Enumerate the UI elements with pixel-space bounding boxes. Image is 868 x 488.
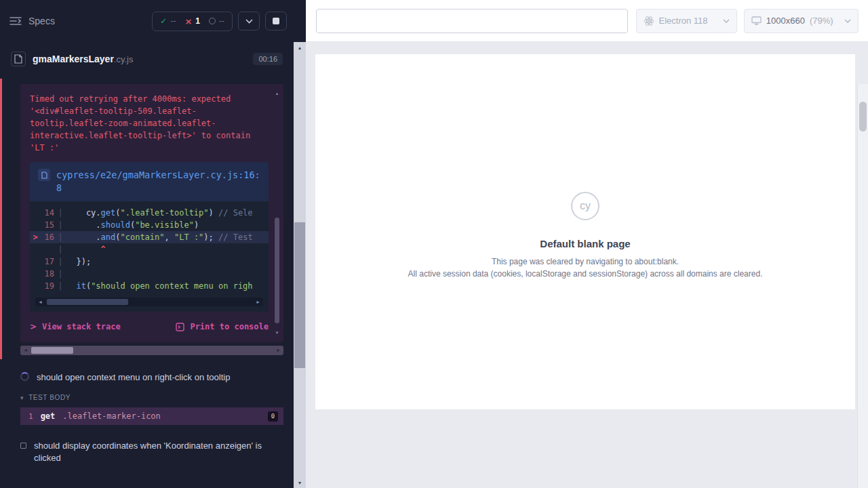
view-stack-trace-link[interactable]: > View stack trace: [30, 322, 121, 331]
file-icon: [38, 169, 50, 181]
error-message: Timed out retrying after 4000ms: expecte…: [30, 93, 269, 154]
code-line: >16| .and("contain", "LT :"); // Test: [30, 231, 269, 243]
command-count-badge: 0: [268, 411, 278, 422]
blank-page-title: Default blank page: [540, 238, 630, 249]
specs-list-icon[interactable]: [9, 16, 22, 26]
print-to-console-button[interactable]: Print to console: [176, 322, 269, 331]
code-line: 15| .should("be.visible"): [30, 219, 269, 231]
command-log-row[interactable]: 1 get .leaflet-marker-icon 0: [20, 407, 283, 425]
test-queued[interactable]: should display coordinates when 'Koordin…: [0, 440, 294, 464]
chevron-down-icon: [245, 19, 253, 24]
page-scrollbar[interactable]: [857, 84, 868, 488]
browser-select[interactable]: Electron 118: [636, 9, 737, 33]
stat-failed: × 1: [184, 16, 200, 26]
code-line: 18|: [30, 268, 269, 280]
scroll-right-icon[interactable]: ▸: [273, 346, 283, 355]
aut-blank-page: cy Default blank page This page was clea…: [315, 54, 855, 409]
spec-duration: 00:16: [253, 53, 283, 65]
chevron-down-icon: [844, 19, 851, 23]
code-line: 19| it("should open context menu on righ: [30, 280, 269, 292]
viewport-scale: (79%): [810, 16, 833, 26]
scroll-left-icon[interactable]: ◂: [20, 346, 31, 355]
scroll-up-icon[interactable]: ▴: [298, 42, 301, 53]
code-line: 17| });: [30, 256, 269, 268]
test-body-label: TEST BODY: [28, 394, 71, 401]
code-hscroll-thumb[interactable]: [47, 299, 128, 305]
code-frame: cypress/e2e/gmaMarkersLayer.cy.js:16:8 1…: [30, 162, 269, 312]
test-title: should display coordinates when 'Koordin…: [34, 440, 263, 464]
electron-icon: [644, 16, 654, 26]
stop-icon: [273, 18, 279, 24]
scroll-left-icon[interactable]: ◂: [35, 298, 45, 306]
code-line: 14| cy.get(".leaflet-tooltip") // Sele: [30, 207, 269, 219]
aut-stage: cy Default blank page This page was clea…: [306, 42, 868, 488]
console-icon: [176, 323, 184, 331]
blank-page-line1: This page was cleared by navigating to a…: [492, 257, 679, 266]
spec-extension: .cy.js: [114, 54, 134, 64]
viewport-size: 1000x660: [766, 16, 805, 26]
collapse-all-button[interactable]: [238, 12, 260, 30]
failed-attempt: Timed out retrying after 4000ms: expecte…: [0, 79, 294, 359]
url-input[interactable]: [316, 9, 628, 33]
test-title: should open context menu on right-click …: [37, 371, 230, 384]
run-stats: ✓ -- × 1 --: [152, 12, 233, 31]
error-actions: > View stack trace Print to console: [30, 322, 269, 331]
command-message: .leaflet-marker-icon: [62, 411, 161, 421]
reporter-scrollbar[interactable]: ▴ ▾: [294, 42, 306, 488]
code-lines: 14| cy.get(".leaflet-tooltip") // Sele 1…: [30, 201, 269, 293]
page-scroll-thumb[interactable]: [859, 102, 867, 131]
browser-label: Electron 118: [659, 16, 708, 26]
test-running[interactable]: should open context menu on right-click …: [0, 371, 294, 384]
viewport-selector[interactable]: 1000x660 (79%): [744, 9, 859, 33]
cypress-logo: cy: [571, 192, 599, 220]
error-panel: Timed out retrying after 4000ms: expecte…: [20, 84, 283, 342]
code-horizontal-scrollbar[interactable]: ◂ ▸: [35, 298, 263, 306]
error-vscroll-thumb[interactable]: [275, 218, 279, 323]
attempt-hscroll-thumb[interactable]: [31, 347, 73, 354]
error-vertical-scrollbar[interactable]: ▴ ▾: [274, 91, 280, 336]
queued-test-icon: [20, 443, 26, 449]
scroll-down-icon[interactable]: ▾: [298, 477, 301, 488]
spinner-icon: [20, 372, 29, 381]
attempt-horizontal-scrollbar[interactable]: ◂ ▸: [20, 346, 283, 355]
chevron-right-icon: >: [30, 322, 37, 331]
monitor-icon: [751, 16, 762, 25]
stat-pending: --: [209, 16, 224, 26]
spec-header[interactable]: gmaMarkersLayer.cy.js 00:16: [0, 42, 294, 76]
check-icon: ✓: [160, 16, 167, 26]
reporter-scroll-thumb[interactable]: [294, 222, 305, 368]
stat-passed: ✓ --: [160, 16, 176, 26]
test-list: Timed out retrying after 4000ms: expecte…: [0, 79, 294, 464]
runner-header: Electron 118 1000x660 (79%): [306, 0, 868, 42]
scroll-right-icon[interactable]: ▸: [253, 298, 263, 306]
runner-main: Electron 118 1000x660 (79%) cy Default b…: [306, 0, 868, 488]
chevron-down-icon: [723, 19, 730, 23]
test-body-header[interactable]: ▾ TEST BODY: [20, 394, 294, 401]
reporter-sidebar: Specs ✓ -- × 1 --: [0, 0, 306, 488]
code-frame-file-link[interactable]: cypress/e2e/gmaMarkersLayer.cy.js:16:8: [56, 169, 260, 195]
scroll-up-icon[interactable]: ▴: [276, 91, 279, 96]
reporter-header: Specs ✓ -- × 1 --: [0, 0, 294, 42]
command-number: 1: [28, 412, 33, 421]
clock-icon: [209, 18, 216, 24]
command-method: get: [41, 411, 56, 421]
code-line: | ^: [30, 243, 269, 256]
specs-title: Specs: [28, 16, 55, 26]
scroll-down-icon[interactable]: ▾: [276, 330, 279, 336]
spec-file-icon: [11, 52, 26, 66]
blank-page-line2: All active session data (cookies, localS…: [408, 269, 763, 279]
code-frame-header: cypress/e2e/gmaMarkersLayer.cy.js:16:8: [30, 162, 269, 201]
chevron-down-icon: ▾: [20, 394, 24, 401]
stop-run-button[interactable]: [265, 12, 287, 30]
x-icon: ×: [184, 16, 192, 26]
spec-name: gmaMarkersLayer: [33, 54, 114, 64]
